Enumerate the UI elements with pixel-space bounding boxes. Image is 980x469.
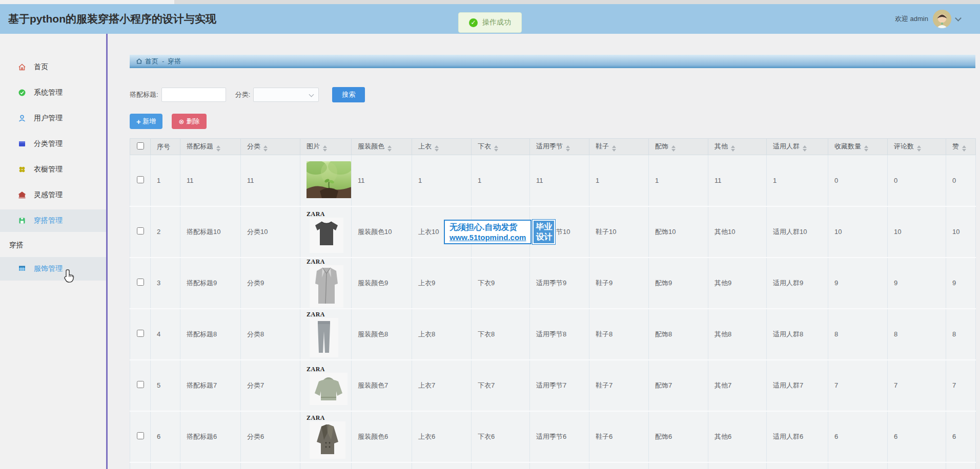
product-image[interactable]: ZARA [307, 311, 351, 357]
cell-category: 11 [241, 155, 300, 206]
column-header-13[interactable]: 评论数 [888, 139, 946, 155]
row-checkbox[interactable] [137, 227, 144, 234]
watermark-line1: 无须担心.自动发货 [450, 222, 526, 233]
sort-carets-icon[interactable] [731, 145, 735, 152]
sort-carets-icon[interactable] [671, 145, 676, 152]
delete-button[interactable]: ⊗删除 [172, 114, 207, 129]
title-filter-input[interactable] [161, 88, 226, 102]
cell-title: 搭配标题9 [180, 258, 241, 309]
column-header-4[interactable]: 服装颜色 [352, 139, 412, 155]
cell-bottom: 1 [472, 155, 530, 206]
sidebar-item-label: 灵感管理 [34, 190, 63, 200]
column-header-11[interactable]: 适用人群 [767, 139, 828, 155]
add-button[interactable]: +新增 [130, 114, 162, 129]
category-select[interactable] [253, 88, 319, 102]
product-image[interactable]: ZARA [307, 366, 351, 405]
row-checkbox[interactable] [137, 176, 144, 183]
user-area[interactable]: 欢迎 admin [895, 4, 961, 34]
cell-top: 上衣8 [412, 309, 472, 360]
sidebar-item-home[interactable]: 首页 [0, 54, 106, 80]
sort-carets-icon[interactable] [962, 145, 966, 152]
column-header-14[interactable]: 赞 [946, 139, 976, 155]
sidebar-item-wardrobe[interactable]: 衣橱管理 [0, 157, 106, 182]
sort-carets-icon[interactable] [387, 145, 392, 152]
product-image[interactable]: ZARA [307, 211, 351, 253]
mouse-cursor [64, 269, 76, 285]
sidebar-item-clothing-management[interactable]: 服饰管理 [0, 257, 106, 281]
zara-logo: ZARA [307, 259, 325, 265]
sort-carets-icon[interactable] [216, 145, 220, 152]
column-header-8[interactable]: 鞋子 [589, 139, 649, 155]
sort-carets-icon[interactable] [566, 145, 570, 152]
breadcrumb-home[interactable]: 首页 [145, 57, 158, 66]
cell-select [130, 155, 151, 206]
cell-title: 搭配标题7 [180, 360, 241, 411]
sort-carets-icon[interactable] [864, 145, 868, 152]
breadcrumb-home-icon [136, 58, 142, 65]
sidebar-item-outfit-management[interactable]: 穿搭管理 [0, 209, 106, 232]
cell-favorites [828, 462, 888, 469]
avatar[interactable] [933, 10, 951, 28]
cell-shoes: 鞋子6 [589, 411, 649, 462]
column-header-9[interactable]: 配饰 [649, 139, 708, 155]
cell-select [130, 360, 151, 411]
sidebar-item-inspiration[interactable]: 灵感管理 [0, 182, 106, 208]
column-header-6[interactable]: 下衣 [472, 139, 530, 155]
select-all-header[interactable] [130, 139, 151, 155]
column-header-5[interactable]: 上衣 [412, 139, 472, 155]
sort-carets-icon[interactable] [803, 145, 807, 152]
cell-likes: 9 [946, 258, 976, 309]
home-icon [18, 63, 26, 71]
sidebar: 首页 系统管理 用户管理 分类管理 衣橱管理 灵感管理 穿搭管理 [0, 34, 106, 469]
cell-bottom: 下衣6 [472, 411, 530, 462]
column-header-7[interactable]: 适用季节 [530, 139, 589, 155]
sort-carets-icon[interactable] [612, 145, 616, 152]
select-all-checkbox[interactable] [137, 142, 144, 150]
sidebar-item-category[interactable]: 分类管理 [0, 131, 106, 157]
cell-season: 11 [530, 155, 589, 206]
sort-carets-icon[interactable] [494, 145, 498, 152]
cell-people: 适用人群6 [767, 411, 828, 462]
sidebar-item-system[interactable]: 系统管理 [0, 80, 106, 105]
cell-favorites: 8 [828, 309, 888, 360]
zara-logo: ZARA [307, 366, 325, 373]
product-image[interactable]: ZARA [307, 415, 351, 459]
row-checkbox[interactable] [137, 381, 144, 388]
sidebar-item-users[interactable]: 用户管理 [0, 105, 106, 131]
table-row: 3搭配标题9分类9ZARA 服装颜色9上衣9下衣9适用季节9鞋子9配饰9其他9适… [130, 258, 976, 309]
cell-category: 分类9 [241, 258, 300, 309]
search-button[interactable]: 搜索 [332, 87, 365, 102]
cell-shoes: 鞋子8 [589, 309, 649, 360]
cell-category: 分类6 [241, 411, 300, 462]
row-checkbox[interactable] [137, 279, 144, 286]
row-checkbox[interactable] [137, 432, 144, 439]
cell-bottom: 下衣7 [472, 360, 530, 411]
hoodie-image [313, 374, 344, 402]
column-header-12[interactable]: 收藏数量 [828, 139, 888, 155]
sort-carets-icon[interactable] [435, 145, 439, 152]
cell-title: 搭配标题6 [180, 411, 241, 462]
cell-likes: 0 [946, 155, 976, 206]
product-image[interactable]: ZARA [307, 259, 351, 308]
table-row: ZARA [130, 462, 976, 469]
cell-seq: 2 [151, 206, 180, 258]
sort-carets-icon[interactable] [917, 145, 921, 152]
cell-people: 适用人群8 [767, 309, 828, 360]
cell-favorites: 6 [828, 411, 888, 462]
cell-category: 分类7 [241, 360, 300, 411]
chevron-down-icon[interactable] [955, 15, 962, 22]
app-header: 基于python的服装穿搭小程序的设计与实现 ✓ 操作成功 欢迎 admin [0, 4, 980, 34]
cell-top: 1 [412, 155, 472, 206]
sort-carets-icon[interactable] [323, 145, 327, 152]
zara-logo: ZARA [307, 311, 325, 318]
wardrobe-icon [18, 165, 26, 174]
column-header-2[interactable]: 分类 [241, 139, 300, 155]
product-image[interactable] [307, 161, 351, 200]
cell-season: 适用季节9 [530, 258, 589, 309]
column-header-1[interactable]: 搭配标题 [180, 139, 241, 155]
sort-carets-icon[interactable] [263, 145, 268, 152]
cell-other: 其他6 [708, 411, 767, 462]
column-header-10[interactable]: 其他 [708, 139, 767, 155]
column-header-3[interactable]: 图片 [300, 139, 352, 155]
row-checkbox[interactable] [137, 330, 144, 337]
